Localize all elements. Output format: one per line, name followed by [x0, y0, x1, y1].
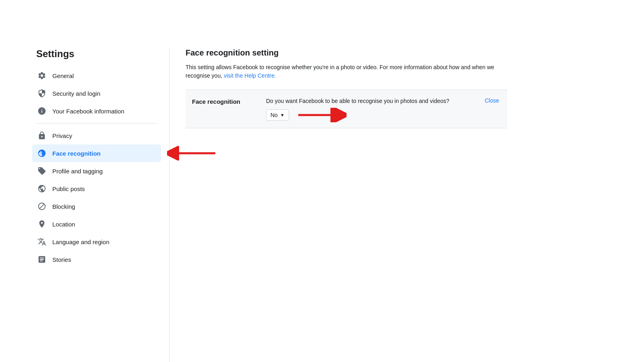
lock-icon — [37, 131, 47, 140]
gear-icon — [37, 71, 47, 80]
sidebar-item-label-face: Face recognition — [52, 150, 101, 157]
row-question: Do you want Facebook to be able to recog… — [266, 97, 507, 105]
globe-icon — [37, 184, 47, 193]
sidebar-item-label-location: Location — [52, 221, 75, 228]
sidebar-item-language[interactable]: Language and region — [32, 233, 161, 251]
sidebar-item-face-recognition[interactable]: Face recognition — [32, 144, 161, 162]
sidebar-item-location[interactable]: Location — [32, 215, 161, 233]
sidebar-item-blocking[interactable]: Blocking — [32, 197, 161, 215]
sidebar-item-profile-tagging[interactable]: Profile and tagging — [32, 162, 161, 180]
page-title: Face recognition setting — [186, 48, 507, 58]
sidebar-item-label-general: General — [52, 72, 74, 79]
language-icon — [37, 237, 47, 247]
sidebar-item-privacy[interactable]: Privacy — [32, 127, 161, 144]
sidebar-item-public-posts[interactable]: Public posts — [32, 180, 161, 197]
sidebar-item-general[interactable]: General — [32, 67, 161, 84]
face-recognition-row: Face recognition Close Do you want Faceb… — [186, 90, 507, 128]
sidebar-item-security-login[interactable]: Security and login — [32, 84, 161, 102]
sidebar-item-label-privacy: Privacy — [52, 132, 72, 139]
info-icon — [37, 106, 47, 116]
shield-icon — [37, 88, 47, 98]
close-button[interactable]: Close — [485, 97, 499, 104]
tag-icon — [37, 166, 47, 176]
sidebar-item-label-fbinfo: Your Facebook information — [52, 108, 124, 115]
sidebar-item-label-stories: Stories — [52, 256, 71, 263]
main-content: Face recognition setting This setting al… — [169, 48, 531, 362]
dropdown-value: No — [270, 112, 278, 118]
page-description: This setting allows Facebook to recognis… — [186, 63, 507, 80]
row-content: Close Do you want Facebook to be able to… — [258, 97, 507, 121]
sidebar-item-label-security: Security and login — [52, 90, 100, 97]
sidebar-item-label-public-posts: Public posts — [52, 185, 85, 192]
chevron-down-icon: ▼ — [280, 113, 285, 117]
sidebar-item-facebook-info[interactable]: Your Facebook information — [32, 102, 161, 120]
row-label: Face recognition — [186, 97, 258, 105]
no-dropdown[interactable]: No ▼ — [266, 109, 289, 121]
sidebar-item-stories[interactable]: Stories — [32, 251, 161, 268]
content-arrow-annotation — [294, 108, 347, 122]
sidebar-divider — [36, 123, 157, 123]
sidebar-item-label-language: Language and region — [52, 239, 109, 245]
settings-title: Settings — [32, 48, 161, 60]
sidebar-item-label-tagging: Profile and tagging — [52, 168, 103, 175]
face-icon — [37, 148, 47, 158]
sidebar-item-label-blocking: Blocking — [52, 203, 75, 210]
stories-icon — [37, 255, 47, 264]
sidebar: Settings General Security and login Your… — [32, 48, 169, 362]
location-icon — [37, 219, 47, 229]
help-centre-link[interactable]: visit the Help Centre. — [224, 72, 276, 79]
block-icon — [37, 202, 47, 211]
